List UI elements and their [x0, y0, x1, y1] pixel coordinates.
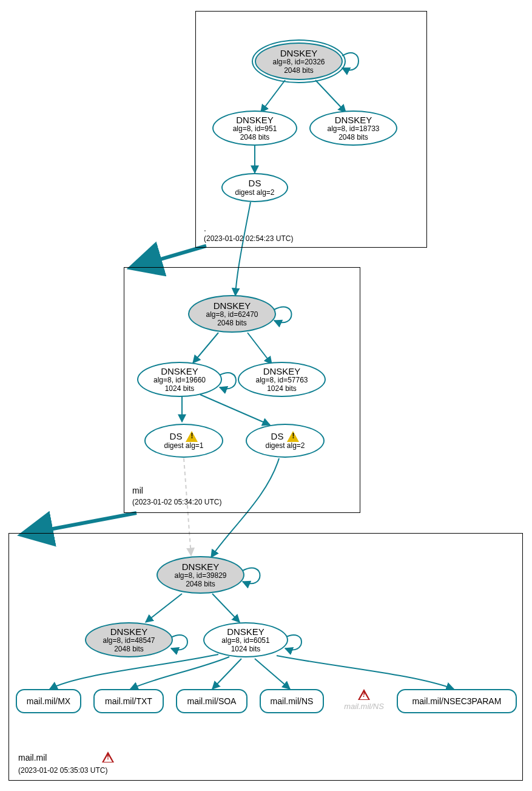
- node-mil-zsk1: DNSKEY alg=8, id=19660 1024 bits: [137, 362, 222, 397]
- node-title: DNSKEY: [182, 562, 220, 572]
- node-mil-ds1: DS digest alg=1: [144, 424, 223, 458]
- node-title: DNSKEY: [110, 626, 148, 637]
- node-root-zsk2: DNSKEY alg=8, id=18733 2048 bits: [309, 110, 397, 146]
- node-sub1: digest alg=1: [164, 442, 203, 450]
- record-nsec3param: mail.mil/NSEC3PARAM: [397, 689, 517, 713]
- zone-timestamp-mil: (2023-01-02 05:34:20 UTC): [132, 498, 221, 506]
- diagram-canvas: . (2023-01-02 02:54:23 UTC) mil (2023-01…: [0, 0, 532, 791]
- node-root-ksk: DNSKEY alg=8, id=20326 2048 bits: [255, 42, 343, 80]
- node-root-ds: DS digest alg=2: [221, 173, 288, 202]
- record-mx: mail.mil/MX: [16, 689, 81, 713]
- node-title: DNSKEY: [214, 300, 251, 311]
- node-sub1: alg=8, id=20326: [272, 58, 325, 67]
- node-title: DNSKEY: [161, 366, 198, 376]
- node-mil-zsk2: DNSKEY alg=8, id=57763 1024 bits: [238, 362, 326, 397]
- record-ns-ghost: mail.mil/NS: [340, 689, 388, 711]
- zone-timestamp-root: (2023-01-02 02:54:23 UTC): [204, 234, 293, 243]
- node-sub1: digest alg=2: [265, 442, 305, 450]
- node-sub2: 2048 bits: [114, 645, 144, 654]
- error-icon-zone: [102, 752, 114, 764]
- record-soa: mail.mil/SOA: [176, 689, 247, 713]
- ghost-label: mail.mil/NS: [344, 702, 384, 711]
- node-sub2: 2048 bits: [240, 134, 270, 142]
- record-ns: mail.mil/NS: [260, 689, 324, 713]
- zone-name-mailmil: mail.mil: [18, 753, 47, 762]
- node-sub1: alg=8, id=6051: [221, 637, 269, 645]
- node-title: DS: [249, 178, 261, 188]
- node-sub1: alg=8, id=39829: [174, 572, 226, 580]
- node-title: DS: [271, 431, 284, 441]
- node-sub2: 2048 bits: [186, 580, 215, 589]
- node-title: DS: [170, 431, 183, 441]
- node-mm-ksk: DNSKEY alg=8, id=39829 2048 bits: [157, 556, 244, 594]
- node-mil-ksk: DNSKEY alg=8, id=62470 2048 bits: [188, 295, 276, 333]
- zone-timestamp-mailmil: (2023-01-02 05:35:03 UTC): [18, 766, 107, 775]
- warning-icon: [287, 431, 299, 442]
- node-sub1: alg=8, id=48547: [103, 637, 155, 645]
- node-sub1: alg=8, id=57763: [255, 376, 308, 385]
- zone-name-mil: mil: [132, 486, 143, 495]
- node-sub2: 2048 bits: [217, 319, 247, 328]
- node-sub1: alg=8, id=951: [233, 125, 277, 134]
- record-txt: mail.mil/TXT: [93, 689, 164, 713]
- node-sub2: 1024 bits: [231, 645, 261, 654]
- node-sub2: 2048 bits: [338, 134, 368, 142]
- node-sub1: digest alg=2: [235, 189, 274, 197]
- node-sub2: 1024 bits: [267, 385, 297, 393]
- node-title: DNSKEY: [263, 366, 301, 376]
- node-sub1: alg=8, id=62470: [206, 311, 258, 319]
- node-title: DNSKEY: [280, 48, 318, 58]
- zone-box-mailmil: [8, 533, 523, 781]
- node-root-zsk1: DNSKEY alg=8, id=951 2048 bits: [212, 110, 297, 146]
- node-sub1: alg=8, id=18733: [327, 125, 379, 134]
- node-sub2: 2048 bits: [284, 67, 314, 75]
- warning-icon: [186, 431, 198, 442]
- node-mm-zsk: DNSKEY alg=8, id=6051 1024 bits: [203, 622, 288, 657]
- node-mm-k2: DNSKEY alg=8, id=48547 2048 bits: [85, 622, 173, 657]
- error-icon: [358, 689, 370, 700]
- node-title: DNSKEY: [335, 115, 372, 125]
- node-mil-ds2: DS digest alg=2: [246, 424, 325, 458]
- node-title: DNSKEY: [227, 626, 264, 637]
- node-sub1: alg=8, id=19660: [153, 376, 206, 385]
- node-title: DNSKEY: [236, 115, 274, 125]
- node-sub2: 1024 bits: [165, 385, 195, 393]
- zone-name-root: .: [204, 223, 206, 233]
